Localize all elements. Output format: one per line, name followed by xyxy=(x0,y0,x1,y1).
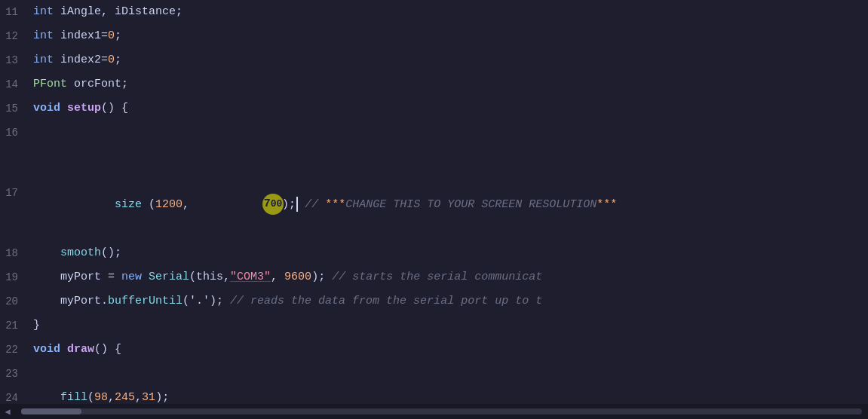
line-content: int index2=0; xyxy=(30,48,868,72)
code-lines: 11 int iAngle, iDistance; 12 int index1=… xyxy=(0,0,868,404)
table-row: 18 smooth(); xyxy=(0,241,868,265)
line-number: 20 xyxy=(0,289,30,313)
line-content: PFont orcFont; xyxy=(30,72,868,96)
horizontal-scrollbar[interactable]: ◀ xyxy=(0,404,868,419)
table-row: 24 fill(98,245,31); xyxy=(0,386,868,404)
line-content: } xyxy=(30,313,868,338)
line-number: 23 xyxy=(0,362,30,386)
table-row: 23 xyxy=(0,362,868,386)
line-number: 12 xyxy=(0,24,30,48)
line-number: 24 xyxy=(0,386,30,404)
line-content: void draw() { xyxy=(30,338,868,362)
line-content: myPort.bufferUntil('.'); // reads the da… xyxy=(30,289,868,313)
line-number: 16 xyxy=(0,121,30,145)
table-row: 20 myPort.bufferUntil('.'); // reads the… xyxy=(0,289,868,313)
line-content: smooth(); xyxy=(30,241,868,265)
highlight-annotation: 700 xyxy=(262,194,284,215)
code-editor[interactable]: 11 int iAngle, iDistance; 12 int index1=… xyxy=(0,0,868,404)
line-content: int index1=0; xyxy=(30,24,868,48)
line-number: 17 xyxy=(0,181,30,205)
line-content: size (1200, 700); // ***CHANGE THIS TO Y… xyxy=(30,145,868,241)
line-number: 18 xyxy=(0,241,30,265)
table-row: 17 size (1200, 700); // ***CHANGE THIS T… xyxy=(0,145,868,241)
line-number: 22 xyxy=(0,338,30,362)
line-number: 11 xyxy=(0,0,30,24)
table-row: 19 myPort = new Serial(this,"COM3", 9600… xyxy=(0,265,868,289)
line-content xyxy=(30,362,868,386)
table-row: 22 void draw() { xyxy=(0,338,868,362)
line-content: fill(98,245,31); xyxy=(30,386,868,404)
table-row: 14 PFont orcFont; xyxy=(0,72,868,96)
line-content: myPort = new Serial(this,"COM3", 9600); … xyxy=(30,265,868,289)
scrollbar-thumb[interactable] xyxy=(21,408,81,414)
line-number: 13 xyxy=(0,48,30,72)
line-content xyxy=(30,121,868,145)
table-row: 11 int iAngle, iDistance; xyxy=(0,0,868,24)
line-number: 14 xyxy=(0,72,30,96)
table-row: 13 int index2=0; xyxy=(0,48,868,72)
line-number: 19 xyxy=(0,265,30,289)
table-row: 15 void setup() { xyxy=(0,96,868,121)
line-content: int iAngle, iDistance; xyxy=(30,0,868,24)
scrollbar-track[interactable] xyxy=(21,408,862,414)
table-row: 21 } xyxy=(0,313,868,338)
scroll-left-button[interactable]: ◀ xyxy=(0,404,15,419)
line-number: 21 xyxy=(0,313,30,338)
table-row: 16 xyxy=(0,121,868,145)
line-number: 15 xyxy=(0,96,30,121)
table-row: 12 int index1=0; xyxy=(0,24,868,48)
line-content: void setup() { xyxy=(30,96,868,121)
